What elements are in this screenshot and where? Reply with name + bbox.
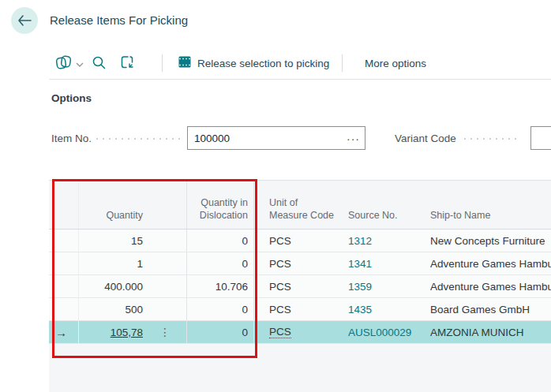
item-no-input[interactable] <box>188 127 365 149</box>
source-no-link[interactable]: 1312 <box>348 230 430 252</box>
quantity-in-dislocation-cell[interactable]: 0 <box>187 321 254 343</box>
more-options-label: More options <box>365 58 426 69</box>
ship-to-name-cell[interactable]: Board Games GmbH <box>430 298 551 320</box>
release-selection-label: Release selection to picking <box>197 58 329 69</box>
variant-code-input[interactable] <box>531 127 551 149</box>
variant-code-field-box <box>530 126 551 150</box>
uom-cell[interactable]: PCS <box>254 230 348 252</box>
views-icon <box>55 54 73 73</box>
quantity-in-dislocation-cell[interactable]: 10.706 <box>187 275 254 297</box>
item-no-label: Item No. <box>51 133 92 144</box>
chevron-down-icon <box>76 58 84 69</box>
quantity-cell-focused[interactable]: 105,78 ⋮ <box>79 321 187 343</box>
item-no-field-box: ··· <box>187 126 365 150</box>
header-source-no[interactable]: Source No. <box>348 181 430 229</box>
row-selector-cell[interactable] <box>49 252 79 274</box>
quantity-cell[interactable]: 500 <box>79 298 187 320</box>
views-button[interactable] <box>55 47 84 79</box>
options-section-title: Options <box>51 92 92 104</box>
row-selector-cell[interactable] <box>49 230 79 252</box>
table-row[interactable]: 1 0 PCS 1341 Adventure Games Hamburg <box>49 252 551 275</box>
row-selector-cell[interactable]: → <box>49 321 79 343</box>
current-row-arrow-icon: → <box>55 326 67 339</box>
header-quantity-in-dislocation[interactable]: Quantity inDislocation <box>187 181 254 229</box>
uom-cell[interactable]: PCS <box>254 252 348 274</box>
more-options-button[interactable]: More options <box>365 47 426 79</box>
edit-list-icon <box>120 55 134 72</box>
table-row-selected[interactable]: → 105,78 ⋮ 0 PCS AUSL000029 AMZONIA MUNI… <box>49 321 551 344</box>
search-icon <box>92 55 106 72</box>
ship-to-name-cell[interactable]: New Concepts Furniture <box>430 230 551 252</box>
toolbar-divider <box>49 79 551 80</box>
quantity-cell[interactable]: 15 <box>79 230 187 252</box>
header-ship-to-name[interactable]: Ship-to Name <box>430 181 551 229</box>
cell-context-menu-icon[interactable]: ⋮ <box>159 327 171 338</box>
back-button[interactable] <box>11 7 38 34</box>
variant-code-leader-dots <box>464 138 521 140</box>
release-items-for-picking-page: Release Items For Picking <box>0 0 551 392</box>
back-arrow-icon <box>17 15 32 26</box>
action-bar: Release selection to picking More option… <box>0 47 551 79</box>
quantity-in-dislocation-cell[interactable]: 0 <box>187 298 254 320</box>
quantity-in-dislocation-cell[interactable]: 0 <box>187 230 254 252</box>
ship-to-name-cell[interactable]: Adventure Games Hamburg <box>430 275 551 297</box>
row-selector-cell[interactable] <box>49 275 79 297</box>
toolbar-separator <box>162 54 163 72</box>
variant-code-label: Variant Code <box>395 133 456 144</box>
quantity-in-dislocation-cell[interactable]: 0 <box>187 252 254 274</box>
uom-cell[interactable]: PCS <box>254 298 348 320</box>
release-selection-icon <box>178 56 191 70</box>
item-no-assist-edit-button[interactable]: ··· <box>347 129 360 149</box>
source-no-link[interactable]: 1435 <box>348 298 430 320</box>
ship-to-name-cell[interactable]: Adventure Games Hamburg <box>430 252 551 274</box>
release-selection-button[interactable]: Release selection to picking <box>178 47 329 79</box>
source-no-link[interactable]: AUSL000029 <box>348 321 430 343</box>
uom-cell[interactable]: PCS <box>254 321 348 343</box>
source-no-link[interactable]: 1359 <box>348 275 430 297</box>
table-row[interactable]: 15 0 PCS 1312 New Concepts Furniture <box>49 230 551 252</box>
source-no-link[interactable]: 1341 <box>348 252 430 274</box>
item-no-leader-dots <box>96 138 180 140</box>
picking-lines-table: Quantity Quantity inDislocation Unit ofM… <box>49 180 551 392</box>
header-unit-of-measure-code[interactable]: Unit ofMeasure Code <box>254 181 348 229</box>
table-row[interactable]: 400.000 10.706 PCS 1359 Adventure Games … <box>49 275 551 298</box>
toolbar-separator <box>342 54 343 72</box>
header-quantity[interactable]: Quantity <box>79 181 187 229</box>
edit-list-button[interactable] <box>120 47 134 79</box>
quantity-cell[interactable]: 1 <box>79 252 187 274</box>
table-header-row: Quantity Quantity inDislocation Unit ofM… <box>49 181 551 230</box>
uom-cell[interactable]: PCS <box>254 275 348 297</box>
search-button[interactable] <box>92 47 106 79</box>
header-row-selector <box>49 181 79 229</box>
quantity-cell[interactable]: 400.000 <box>79 275 187 297</box>
ship-to-name-cell[interactable]: AMZONIA MUNICH <box>430 321 551 343</box>
row-selector-cell[interactable] <box>49 298 79 320</box>
page-title: Release Items For Picking <box>50 13 188 27</box>
table-row[interactable]: 500 0 PCS 1435 Board Games GmbH <box>49 298 551 321</box>
